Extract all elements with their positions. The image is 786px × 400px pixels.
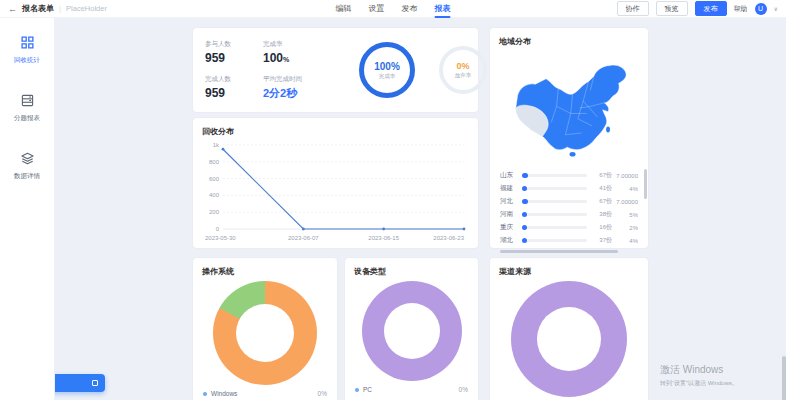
top-bar: ← 报名表单 | PlaceHolder 编辑 设置 发布 报表 协作 预览 发… [0,0,786,18]
region-name: 福建 [500,184,519,193]
completion-rate-ring: 100% 完成率 [359,42,415,98]
recycle-distribution-card: 回收分布 02004006008001k2023-05-302023-06-07… [193,118,478,248]
svg-text:2023-05-30: 2023-05-30 [205,235,236,241]
os-donut-chart[interactable] [213,281,317,385]
card-title: 设备类型 [345,258,478,277]
region-count: 67份 [592,197,612,206]
sidebar-item-label: 回收统计 [14,56,40,65]
hainan-island [570,152,576,157]
svg-text:2023-06-23: 2023-06-23 [433,235,464,241]
region-percent: 7.00000 [612,199,638,205]
card-title: 回收分布 [193,118,478,137]
os-card: 操作系统 Windows 0% [193,258,337,400]
tab-publish[interactable]: 发布 [402,0,418,18]
help-button[interactable]: 帮助 [734,4,748,14]
tab-report[interactable]: 报表 [435,0,451,18]
windows-activation-watermark: 激活 Windows 转到“设置”以激活 Windows。 [660,363,738,388]
sidebar-item-question-report[interactable]: 分题报表 [14,93,40,123]
overview-stats-card: 参与人数 959 完成率 100% 完成人数 959 平均完成时间 2分2秒 1… [193,28,478,112]
horizontal-scrollbar[interactable] [500,250,618,253]
region-count: 16份 [592,223,612,232]
sidebar-item-label: 分题报表 [14,114,40,123]
region-bar [522,200,587,203]
region-name: 重庆 [500,223,519,232]
svg-text:600: 600 [209,176,220,182]
region-bar [522,226,587,229]
region-percent: 7.00000 [612,173,638,179]
region-name: 山东 [500,171,519,180]
main-tabs: 编辑 设置 发布 报表 [336,0,451,18]
user-avatar[interactable]: U [755,3,767,15]
legend-dot-icon [203,392,207,396]
svg-text:1k: 1k [213,142,220,148]
region-name: 河北 [500,197,519,206]
device-donut-chart[interactable] [362,281,462,381]
device-type-card: 设备类型 PC 0% [345,258,478,400]
region-percent: 2% [612,225,638,231]
metric-completion-rate: 完成率 100% [263,40,341,65]
region-distribution-card: 地域分布 山东67份7.00000福建41份4%河北67份7.00000河南38… [490,28,648,248]
tab-settings[interactable]: 设置 [369,0,385,18]
grid-icon [21,35,34,53]
region-row: 重庆16份2% [500,221,638,234]
sidebar-item-label: 数据详情 [14,172,40,181]
report-icon [21,93,34,111]
region-name: 湖北 [500,236,519,245]
region-count: 38份 [592,210,612,219]
tab-edit[interactable]: 编辑 [336,0,352,18]
card-title: 地域分布 [490,28,648,47]
region-count: 37份 [592,236,612,245]
metric-participants: 参与人数 959 [205,40,263,65]
form-title: 报名表单 [22,3,54,14]
page-scrollbar[interactable] [781,18,786,400]
region-bar [522,213,587,216]
line-chart-svg: 02004006008001k2023-05-302023-06-072023-… [201,139,470,243]
region-row: 河南38份5% [500,208,638,221]
layers-icon [21,151,34,169]
os-legend[interactable]: Windows 0% [193,385,337,397]
sidebar-item-data-detail[interactable]: 数据详情 [14,151,40,181]
form-subtitle: PlaceHolder [66,4,107,13]
card-title: 操作系统 [193,258,337,277]
region-count: 67份 [592,171,612,180]
region-percent: 4% [612,186,638,192]
region-percent: 5% [612,212,638,218]
svg-text:2023-06-15: 2023-06-15 [368,235,399,241]
top-actions: 协作 预览 发布 帮助 U ∨ [617,1,778,16]
collaborate-button[interactable]: 协作 [617,1,649,16]
publish-button[interactable]: 发布 [695,1,727,16]
metric-avg-time: 平均完成时间 2分2秒 [263,75,341,101]
device-legend[interactable]: PC 0% [345,381,478,393]
left-sidebar: 回收统计 分题报表 数据详情 [0,18,55,400]
channel-donut-chart[interactable] [511,281,627,397]
svg-text:800: 800 [209,159,220,165]
recycle-line-chart: 02004006008001k2023-05-302023-06-072023-… [193,137,478,247]
vertical-scrollbar[interactable] [644,169,647,199]
region-bar [522,239,587,242]
region-name: 河南 [500,210,519,219]
region-count: 41份 [592,184,612,193]
card-title: 渠道来源 [490,258,648,277]
scrollbar-handle[interactable] [782,356,786,400]
svg-text:200: 200 [209,209,220,215]
svg-text:2023-06-07: 2023-06-07 [288,235,319,241]
svg-text:0: 0 [216,226,220,232]
metric-completed: 完成人数 959 [205,75,263,101]
window-icon[interactable] [92,380,98,386]
region-row: 湖北37份4% [500,234,638,247]
chevron-down-icon[interactable]: ∨ [774,5,778,12]
sidebar-item-recycle-stats[interactable]: 回收统计 [14,35,40,65]
rings: 100% 完成率 0% 放弃率 [359,42,487,98]
region-row: 福建41份4% [500,182,638,195]
metrics-grid: 参与人数 959 完成率 100% 完成人数 959 平均完成时间 2分2秒 [205,40,341,101]
region-bar [522,187,587,190]
taiwan-island [606,126,610,132]
back-icon[interactable]: ← [8,4,17,14]
legend-dot-icon [355,388,359,392]
region-percent: 4% [612,238,638,244]
china-map[interactable] [490,47,648,165]
svg-text:400: 400 [209,192,220,198]
abandon-rate-ring: 0% 放弃率 [439,46,487,94]
region-bar [522,174,587,177]
preview-button[interactable]: 预览 [656,1,688,16]
